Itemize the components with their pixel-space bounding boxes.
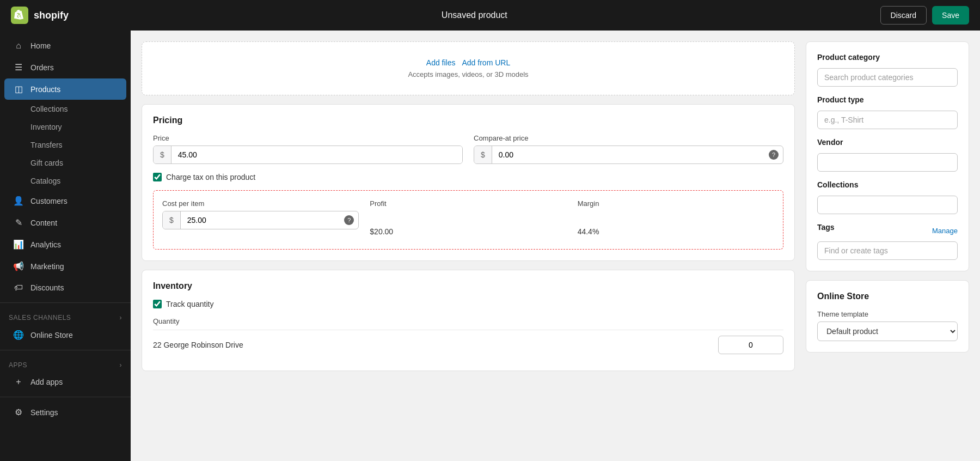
discard-button[interactable]: Discard [880,6,927,25]
sidebar-item-catalogs[interactable]: Catalogs [4,172,126,190]
vendor-input[interactable] [817,153,958,172]
vendor-field: Vendor [817,138,958,172]
sidebar-item-label: Products [30,85,60,94]
margin-label: Margin [578,199,774,208]
sidebar-item-settings[interactable]: ⚙ Settings [4,402,126,423]
product-category-field: Product category [817,53,958,87]
cost-help-icon[interactable]: ? [344,215,354,225]
price-field: Price $ [153,134,463,164]
sidebar-item-label: Home [30,41,51,50]
compare-price-field: Compare-at price $ ? [474,134,783,164]
product-organization-card: Product category Product type Vendor Col… [806,41,969,271]
tags-manage-link[interactable]: Manage [932,227,958,235]
price-input-wrapper: $ [153,145,463,164]
online-store-icon: 🌐 [13,330,24,340]
collections-label: Collections [30,105,68,113]
sidebar-item-analytics[interactable]: 📊 Analytics [4,234,126,255]
compare-price-input[interactable] [492,146,769,163]
product-category-label: Product category [817,53,958,62]
quantity-input[interactable] [718,336,783,354]
theme-template-field: Theme template Default product Custom La… [817,310,958,341]
sidebar-item-gift-cards[interactable]: Gift cards [4,154,126,172]
content-icon: ✎ [13,217,24,228]
margin-field: Margin 44.4% [578,199,774,240]
inventory-title: Inventory [153,281,783,291]
sidebar-item-transfers[interactable]: Transfers [4,136,126,154]
discounts-icon: 🏷 [13,283,24,293]
quantity-label: Quantity [153,317,783,325]
add-files-link[interactable]: Add files [426,58,456,67]
products-submenu: Collections Inventory Transfers Gift car… [0,100,131,190]
media-accepts-text: Accepts images, videos, or 3D models [153,70,783,78]
sidebar-item-discounts[interactable]: 🏷 Discounts [4,277,126,298]
topbar-actions: Discard Save [880,6,969,25]
price-input[interactable] [171,146,462,163]
customers-icon: 👤 [13,196,24,206]
sidebar-item-marketing[interactable]: 📢 Marketing [4,256,126,277]
margin-value: 44.4% [578,223,774,240]
sidebar-item-label: Discounts [30,283,64,292]
charge-tax-label[interactable]: Charge tax on this product [166,173,255,181]
home-icon: ⌂ [13,41,24,51]
sidebar-item-products[interactable]: ◫ Products [4,78,126,100]
cost-per-item-field: Cost per item $ ? [162,199,359,240]
track-qty-row: Track quantity [153,300,783,308]
tags-field: Tags Manage [817,223,958,260]
tags-header: Tags Manage [817,223,958,238]
charge-tax-checkbox[interactable] [153,173,162,181]
online-store-title: Online Store [817,292,958,301]
collections-label: Collections [817,180,958,189]
charge-tax-row: Charge tax on this product [153,173,783,181]
page-title: Unsaved product [442,10,507,20]
theme-template-select[interactable]: Default product Custom Landing page [817,322,958,341]
cost-box: Cost per item $ ? Profit $20.00 [153,190,783,250]
settings-icon: ⚙ [13,407,24,417]
product-category-input[interactable] [817,68,958,87]
cost-per-item-label: Cost per item [162,199,359,208]
sales-channels-expand-icon[interactable]: › [120,314,122,322]
sidebar-item-online-store[interactable]: 🌐 Online Store [4,324,126,345]
logo-text: shopify [34,10,69,21]
sidebar-item-home[interactable]: ⌂ Home [4,35,126,56]
compare-price-help-icon[interactable]: ? [769,150,779,160]
sidebar-item-inventory[interactable]: Inventory [4,118,126,136]
sidebar-item-label: Online Store [30,331,73,339]
product-type-label: Product type [817,95,958,104]
sidebar-item-label: Marketing [30,262,64,271]
inventory-label: Inventory [30,123,62,131]
sidebar-item-content[interactable]: ✎ Content [4,212,126,233]
sidebar-item-customers[interactable]: 👤 Customers [4,190,126,211]
profit-label: Profit [370,199,566,208]
theme-template-label: Theme template [817,310,958,318]
collections-input[interactable] [817,196,958,214]
content-area: Add files Add from URL Accepts images, v… [131,31,980,461]
price-label: Price [153,134,463,142]
media-card: Add files Add from URL Accepts images, v… [142,41,795,95]
apps-label: Apps › [0,355,131,371]
sidebar-item-collections[interactable]: Collections [4,100,126,118]
compare-price-input-wrapper: $ ? [474,145,783,164]
location-name: 22 George Robinson Drive [153,341,243,349]
cost-input-wrapper: $ ? [162,211,359,229]
apps-expand-icon[interactable]: › [120,361,122,369]
product-type-field: Product type [817,95,958,129]
side-column: Product category Product type Vendor Col… [806,41,969,450]
main-layout: ⌂ Home ☰ Orders ◫ Products Collections I… [0,31,980,461]
sidebar-item-add-apps[interactable]: + Add apps [4,372,126,392]
add-from-url-link[interactable]: Add from URL [462,58,511,67]
profit-value: $20.00 [370,223,566,240]
product-type-input[interactable] [817,111,958,129]
main-column: Add files Add from URL Accepts images, v… [142,41,795,450]
topbar: shopify Unsaved product Discard Save [0,0,980,31]
save-button[interactable]: Save [932,6,969,25]
track-quantity-checkbox[interactable] [153,300,162,308]
track-quantity-label[interactable]: Track quantity [166,300,213,308]
cost-input[interactable] [181,211,345,229]
logo: shopify [11,7,69,24]
cost-row: Cost per item $ ? Profit $20.00 [162,199,774,240]
tags-input[interactable] [817,241,958,260]
pricing-card: Pricing Price $ Compare-at price $ [142,104,795,261]
sidebar-item-orders[interactable]: ☰ Orders [4,57,126,78]
collections-field: Collections [817,180,958,214]
shopify-logo-icon [11,7,28,24]
